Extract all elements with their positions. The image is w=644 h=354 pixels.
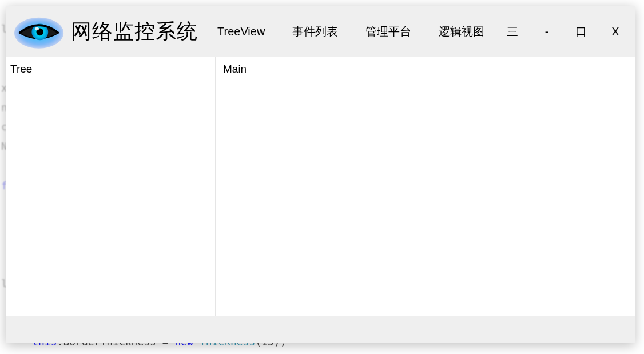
close-button[interactable]: X bbox=[607, 23, 623, 39]
main-panel-label: Main bbox=[223, 63, 628, 75]
tree-panel-label: Tree bbox=[10, 63, 210, 75]
eye-logo-icon bbox=[13, 11, 65, 51]
tree-panel: Tree bbox=[6, 57, 216, 316]
app-title: 网络监控系统 bbox=[71, 18, 198, 46]
minimize-button[interactable]: - bbox=[539, 23, 555, 39]
status-bar bbox=[6, 316, 635, 343]
tab-logic-view[interactable]: 逻辑视图 bbox=[436, 21, 487, 43]
maximize-button[interactable]: 口 bbox=[573, 23, 589, 39]
tab-management[interactable]: 管理平台 bbox=[363, 21, 414, 43]
nav-tabs: TreeView 事件列表 管理平台 逻辑视图 bbox=[215, 21, 493, 43]
svg-point-3 bbox=[35, 27, 39, 30]
title-bar: 网络监控系统 TreeView 事件列表 管理平台 逻辑视图 三 - 口 X bbox=[6, 6, 635, 57]
tab-treeview[interactable]: TreeView bbox=[215, 22, 267, 42]
app-window: 网络监控系统 TreeView 事件列表 管理平台 逻辑视图 三 - 口 X T… bbox=[6, 6, 635, 343]
app-logo bbox=[10, 10, 67, 53]
window-controls: 三 - 口 X bbox=[504, 23, 629, 39]
main-panel: Main bbox=[216, 57, 635, 316]
tab-event-list[interactable]: 事件列表 bbox=[290, 21, 340, 43]
menu-button[interactable]: 三 bbox=[504, 23, 520, 39]
content-area: Tree Main bbox=[6, 57, 635, 316]
